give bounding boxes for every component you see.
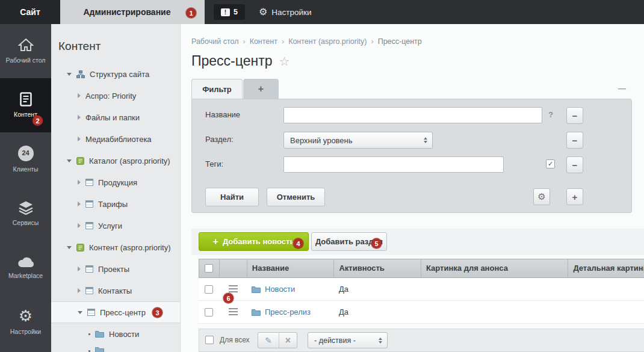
row-menu-icon[interactable] [229, 285, 238, 293]
filter-section-select[interactable]: Верхний уровень [283, 132, 433, 149]
rail-item-desktop[interactable]: Рабочий стол [0, 24, 51, 78]
row-active-cell: Да [334, 301, 421, 323]
left-rail: Рабочий стол Контент 24 Клиенты Сервисы … [0, 24, 51, 352]
tree-item-files-folders[interactable]: Файлы и папки [51, 107, 181, 128]
row-checkbox[interactable] [205, 308, 213, 316]
row-menu-icon[interactable] [229, 308, 238, 316]
tree-item-services[interactable]: Услуги [51, 215, 181, 236]
tree-item-aspro-priority[interactable]: Аспро: Priority [51, 85, 181, 107]
footer-button-group: ✎ × [258, 332, 297, 348]
annotation-badge-6: 6 [223, 293, 234, 303]
topbar: Сайт Администрирование ! 5 ⚙ Настройки [0, 0, 644, 24]
breadcrumb-item[interactable]: Пресс-центр [378, 37, 422, 46]
annotation-badge-1: 1 [186, 8, 196, 18]
chevron-right-icon [78, 267, 81, 271]
clients-24-icon: 24 [18, 146, 34, 161]
page-title: Пресс-центр [191, 53, 273, 69]
rail-item-settings[interactable]: ⚙ Настройки [0, 295, 51, 349]
tree-item-label: Услуги [98, 221, 122, 230]
tab-admin[interactable]: Администрирование [60, 0, 205, 24]
filter-collapse-button[interactable]: — [618, 84, 626, 93]
section-link[interactable]: Пресс-релиз [265, 307, 311, 316]
rail-item-services[interactable]: Сервисы [0, 187, 51, 241]
tree-item-news[interactable]: Новости [51, 323, 181, 345]
breadcrumb-item[interactable]: Контент (aspro.priority) [288, 37, 367, 46]
help-icon[interactable]: ? [548, 107, 553, 123]
cancel-button[interactable]: Отменить [267, 188, 325, 206]
section-link[interactable]: Новости [265, 285, 295, 294]
favorite-star-icon[interactable]: ☆ [279, 54, 290, 69]
filter-remove-name-button[interactable]: − [566, 107, 583, 124]
annotation-badge-2: 2 [33, 116, 43, 126]
find-button[interactable]: Найти [205, 188, 259, 206]
header-name[interactable]: Название [247, 259, 335, 277]
header-active[interactable]: Активность [334, 259, 421, 277]
tree-item-projects[interactable]: Проекты [51, 258, 181, 280]
row-active-cell: Да [334, 278, 421, 300]
edit-button[interactable]: ✎ [258, 333, 279, 348]
tree-item-products[interactable]: Продукция [51, 171, 181, 193]
row-name-cell: Новости [247, 278, 334, 300]
filter-settings-button[interactable]: ⚙ [533, 188, 550, 205]
rail-item-marketplace[interactable]: Marketplace [0, 241, 51, 295]
chevron-down-icon [67, 159, 72, 162]
gear-icon: ⚙ [19, 308, 33, 324]
filter-add-field-button[interactable]: + [566, 188, 583, 205]
tree-item-partial[interactable] [51, 345, 181, 352]
iblock-icon [85, 265, 93, 273]
topbar-settings-button[interactable]: ⚙ Настройки [259, 0, 312, 24]
tab-site-label: Сайт [20, 7, 40, 17]
tree-item-catalog[interactable]: Каталог (aspro.priority) [51, 150, 181, 171]
table-header: Название Активность Картинка для анонса … [199, 259, 644, 278]
chevron-right-icon [78, 115, 81, 120]
plus-icon: + [213, 237, 218, 247]
filter-tags-checkbox[interactable]: ✓ [546, 159, 555, 168]
select-all-checkbox[interactable] [205, 264, 213, 273]
chevron-right-icon [78, 223, 81, 228]
filter-section-value: Верхний уровень [290, 136, 353, 145]
row-preview-cell [421, 278, 569, 300]
rail-item-clients[interactable]: 24 Клиенты [0, 132, 51, 187]
breadcrumb-separator-icon: › [371, 37, 373, 46]
tree-item-content-module[interactable]: Контент (aspro.priority) [51, 236, 181, 258]
breadcrumb-item[interactable]: Рабочий стол [191, 37, 238, 46]
breadcrumb-item[interactable]: Контент [250, 37, 277, 46]
tab-site[interactable]: Сайт [0, 0, 60, 24]
table-row: Пресс-релиз Да [199, 301, 644, 324]
cloud-icon [17, 256, 34, 268]
tree-item-media-library[interactable]: Медиабиблиотека [51, 128, 181, 150]
notifications-button[interactable]: ! 5 [214, 4, 245, 20]
filter-remove-section-button[interactable]: − [566, 132, 583, 149]
footer-actions-select[interactable]: - действия - [308, 332, 388, 348]
row-preview-cell [421, 301, 569, 323]
footer-select-all-checkbox[interactable] [205, 336, 214, 344]
filter-add-tab[interactable]: + [243, 79, 279, 99]
row-menu-cell [219, 301, 247, 323]
select-arrows-icon [379, 338, 382, 344]
tree-item-site-structure[interactable]: Структура сайта [51, 63, 181, 85]
tree-item-tariffs[interactable]: Тарифы [51, 193, 181, 215]
filter-tags-input[interactable] [283, 156, 504, 173]
rail-item-content[interactable]: Контент [0, 78, 51, 132]
row-active-value: Да [339, 285, 348, 294]
filter-remove-tags-button[interactable]: − [566, 156, 583, 173]
add-news-button[interactable]: + Добавить новость [199, 232, 309, 251]
row-detail-cell [569, 301, 644, 323]
topbar-settings-label: Настройки [271, 8, 311, 17]
admin-screen: Сайт Администрирование ! 5 ⚙ Настройки Р… [0, 0, 644, 352]
table-rows: Новости Да Пресс-релиз Да [199, 278, 644, 324]
iblock-icon [85, 222, 93, 229]
filter-name-input[interactable] [283, 107, 542, 123]
header-preview-picture[interactable]: Картинка для анонса [421, 259, 568, 277]
header-detail-picture[interactable]: Детальная картинка [568, 259, 644, 277]
table-row: Новости Да [199, 278, 644, 301]
filter-tab[interactable]: Фильтр [191, 79, 243, 99]
rail-item-label: Настройки [10, 328, 42, 336]
iblock-icon [85, 200, 93, 208]
page-title-row: Пресс-центр ☆ [191, 53, 289, 69]
row-checkbox[interactable] [205, 285, 213, 294]
tree-item-contacts[interactable]: Контакты [51, 280, 181, 301]
header-checkbox-cell [199, 259, 220, 277]
filter-tags-label: Теги: [205, 156, 223, 173]
delete-button[interactable]: × [279, 333, 297, 348]
